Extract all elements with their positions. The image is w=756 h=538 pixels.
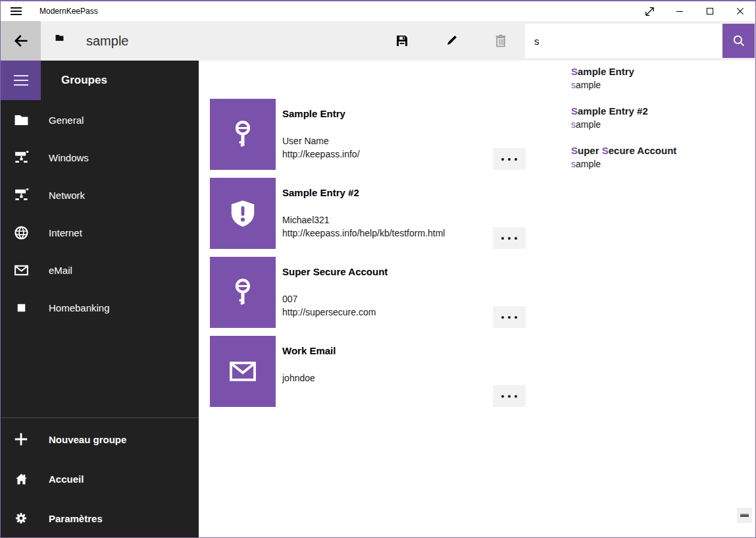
sidebar-item-general[interactable]: General	[1, 101, 199, 139]
ellipsis-icon	[501, 237, 504, 240]
suggestion-subtitle: sample	[571, 118, 747, 131]
entry-title: Super Secure Account	[282, 266, 388, 277]
app-window: ModernKeePass	[0, 0, 756, 538]
action-item-label: Accueil	[49, 473, 84, 485]
search-button[interactable]	[722, 24, 755, 58]
expand-icon	[643, 5, 657, 18]
expand-button[interactable]	[634, 1, 665, 21]
entry-url: http://supersecure.com	[282, 306, 376, 319]
search-suggestions: Sample Entry sample Sample Entry #2 samp…	[565, 61, 755, 187]
hamburger-icon	[14, 75, 28, 86]
group-list: General Windows	[1, 101, 199, 327]
key-icon	[228, 277, 258, 308]
entry-url: http://keepass.info/help/kb/testform.htm…	[282, 227, 445, 240]
envelope-icon	[227, 356, 259, 387]
suggestion-subtitle: sample	[571, 157, 747, 171]
app-title: ModernKeePass	[39, 7, 98, 16]
sidebar-item-internet[interactable]: Internet	[1, 214, 199, 252]
save-button[interactable]	[386, 21, 418, 61]
entry-tile	[210, 99, 276, 170]
network-icon	[13, 149, 30, 167]
search-icon	[731, 33, 747, 49]
entry-username: Michael321	[282, 213, 445, 227]
action-item-label: Nouveau groupe	[49, 434, 126, 445]
close-button[interactable]	[725, 1, 755, 21]
suggestion-item[interactable]: Sample Entry #2 sample	[565, 101, 755, 141]
entry-title: Sample Entry	[282, 108, 345, 119]
key-icon	[228, 119, 258, 149]
sidebar-item-label: eMail	[49, 265, 72, 276]
entry-tile	[210, 336, 276, 407]
home-icon	[13, 470, 30, 487]
close-icon	[734, 5, 747, 18]
folder-icon	[13, 112, 30, 129]
ellipsis-icon	[501, 395, 504, 398]
groups-pane: Groupes General Windows	[1, 61, 199, 537]
suggestion-title: Super Secure Account	[571, 144, 747, 157]
groups-heading: Groupes	[61, 61, 107, 100]
pane-toggle-button[interactable]	[1, 61, 41, 100]
suggestion-subtitle: sample	[571, 78, 747, 92]
entry-row-super-secure-account[interactable]: Super Secure Account 007 http://supersec…	[210, 257, 526, 328]
search-box	[525, 24, 722, 58]
suggestion-item[interactable]: Super Secure Account sample	[565, 141, 755, 180]
new-group-button[interactable]: Nouveau groupe	[1, 419, 199, 459]
home-button[interactable]: Accueil	[1, 459, 199, 498]
search-input[interactable]	[525, 24, 722, 58]
suggestion-title: Sample Entry	[571, 65, 747, 78]
shield-exclamation-icon	[228, 198, 258, 229]
zoom-out-button[interactable]	[737, 508, 752, 523]
more-button[interactable]	[493, 148, 526, 170]
envelope-icon	[13, 262, 30, 279]
sidebar-divider	[1, 417, 199, 418]
back-arrow-icon	[12, 32, 30, 50]
suggestion-item[interactable]: Sample Entry sample	[565, 62, 755, 101]
entry-row-sample-entry-2[interactable]: Sample Entry #2 Michael321 http://keepas…	[210, 178, 526, 249]
edit-button[interactable]	[436, 21, 467, 61]
sidebar-item-label: General	[49, 115, 84, 126]
entry-row-work-email[interactable]: Work Email johndoe	[210, 336, 526, 407]
sidebar-item-label: Homebanking	[49, 302, 110, 313]
entry-username: User Name	[282, 134, 360, 148]
square-icon	[13, 300, 30, 317]
sidebar-item-label: Network	[49, 190, 85, 201]
more-button[interactable]	[493, 385, 526, 407]
entry-tile	[210, 178, 276, 249]
action-item-label: Paramètres	[49, 513, 103, 524]
entry-url: http://keepass.info/	[282, 148, 360, 161]
entry-title: Work Email	[282, 345, 336, 356]
maximize-icon	[703, 5, 717, 18]
titlebar: ModernKeePass	[1, 1, 755, 21]
sidebar-item-label: Windows	[49, 152, 89, 163]
entry-row-sample-entry[interactable]: Sample Entry User Name http://keepass.in…	[210, 99, 526, 170]
folder-icon	[55, 33, 64, 43]
minimize-icon	[673, 5, 686, 18]
sidebar-item-email[interactable]: eMail	[1, 252, 199, 289]
entry-tile	[210, 257, 276, 328]
sidebar-item-windows[interactable]: Windows	[1, 139, 199, 176]
network-icon	[13, 187, 30, 204]
settings-button[interactable]: Paramètres	[1, 498, 199, 538]
globe-icon	[13, 225, 30, 242]
entry-username: 007	[282, 292, 376, 306]
suggestion-title: Sample Entry #2	[571, 105, 747, 118]
group-title: sample	[86, 21, 128, 61]
delete-button[interactable]	[485, 21, 517, 61]
ellipsis-icon	[501, 316, 504, 319]
minimize-button[interactable]	[665, 1, 695, 21]
back-button[interactable]	[1, 21, 41, 61]
sidebar-item-homebanking[interactable]: Homebanking	[1, 289, 199, 327]
maximize-button[interactable]	[695, 1, 725, 21]
save-icon	[394, 33, 410, 49]
more-button[interactable]	[493, 306, 526, 328]
sidebar-action-list: Nouveau groupe Accueil	[1, 419, 199, 538]
ellipsis-icon	[501, 158, 504, 161]
sidebar-item-network[interactable]: Network	[1, 176, 199, 214]
entry-title: Sample Entry #2	[282, 187, 359, 198]
gear-icon	[13, 510, 30, 527]
hamburger-menu-icon[interactable]	[11, 7, 22, 15]
plus-icon	[13, 431, 30, 448]
trash-icon	[493, 33, 509, 49]
window-controls	[634, 1, 755, 21]
more-button[interactable]	[493, 227, 526, 249]
